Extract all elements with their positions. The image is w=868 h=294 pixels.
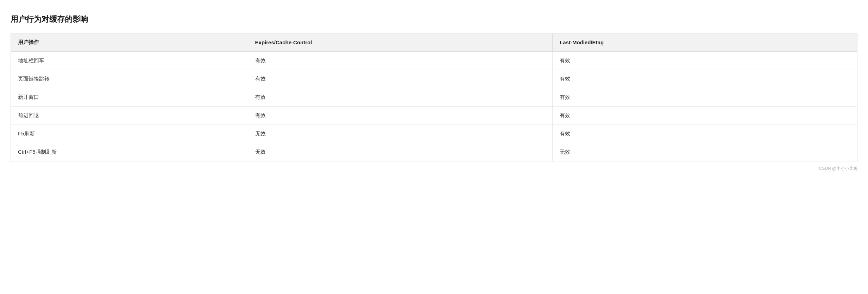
col-header-action: 用户操作	[11, 33, 248, 52]
cell-lastmod: 无效	[553, 143, 857, 161]
cell-action: 新开窗口	[11, 88, 248, 107]
col-header-lastmod: Last-Modied/Etag	[553, 33, 857, 52]
cell-action: 前进回退	[11, 107, 248, 125]
cell-lastmod: 有效	[553, 107, 857, 125]
table-header-row: 用户操作 Expires/Cache-Control Last-Modied/E…	[11, 33, 857, 52]
cell-action: 地址栏回车	[11, 52, 248, 70]
cell-expires: 有效	[248, 52, 552, 70]
cell-expires: 有效	[248, 70, 552, 88]
cache-table-wrapper: 用户操作 Expires/Cache-Control Last-Modied/E…	[11, 33, 857, 161]
table-row: Ctrl+F5强制刷新无效无效	[11, 143, 857, 161]
watermark: CSDN @小小小菜鸡	[11, 166, 857, 172]
cell-expires: 无效	[248, 125, 552, 143]
cell-lastmod: 有效	[553, 88, 857, 107]
cell-action: Ctrl+F5强制刷新	[11, 143, 248, 161]
cell-action: F5刷新	[11, 125, 248, 143]
table-row: F5刷新无效有效	[11, 125, 857, 143]
table-row: 新开窗口有效有效	[11, 88, 857, 107]
table-row: 页面链接跳转有效有效	[11, 70, 857, 88]
cell-lastmod: 有效	[553, 70, 857, 88]
cell-lastmod: 有效	[553, 125, 857, 143]
table-row: 前进回退有效有效	[11, 107, 857, 125]
col-header-expires: Expires/Cache-Control	[248, 33, 552, 52]
page-title: 用户行为对缓存的影响	[11, 14, 857, 25]
cell-action: 页面链接跳转	[11, 70, 248, 88]
cell-expires: 有效	[248, 88, 552, 107]
cell-expires: 有效	[248, 107, 552, 125]
cache-table: 用户操作 Expires/Cache-Control Last-Modied/E…	[11, 33, 857, 161]
table-row: 地址栏回车有效有效	[11, 52, 857, 70]
cell-expires: 无效	[248, 143, 552, 161]
cell-lastmod: 有效	[553, 52, 857, 70]
